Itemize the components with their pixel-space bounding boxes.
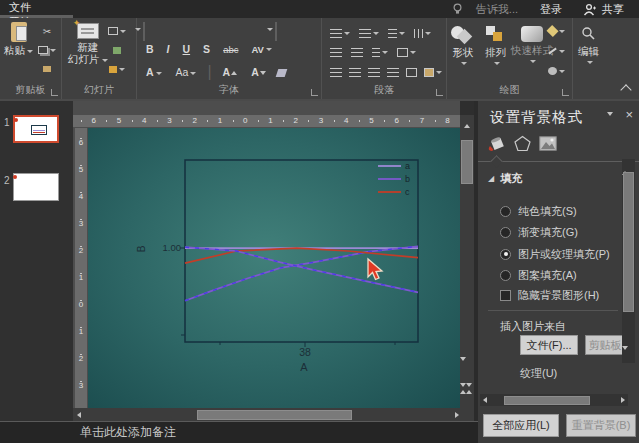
add-remove-columns-button[interactable] [406, 63, 417, 81]
section-button[interactable] [108, 62, 126, 76]
insert-from-file-button[interactable]: 文件(F)... [520, 335, 578, 355]
increase-font-button[interactable]: A [220, 66, 241, 78]
reset-background-button[interactable]: 重置背景(B) [566, 414, 636, 437]
new-slide-icon: ✦ [77, 23, 99, 39]
next-slide-button[interactable] [460, 387, 474, 405]
columns-button[interactable] [414, 24, 431, 42]
clear-formatting-button[interactable] [277, 63, 286, 81]
paragraph-row3 [330, 63, 442, 81]
decrease-font-button[interactable]: A [248, 66, 269, 78]
vertical-scrollbar[interactable] [460, 115, 474, 408]
shape-effects-button[interactable] [547, 64, 565, 78]
slide-thumbnail[interactable]: 2 [0, 173, 73, 217]
editing-button[interactable]: 编辑 [578, 26, 599, 64]
fill-option-radio[interactable]: 纯色填充(S) [500, 205, 610, 217]
collapse-ribbon-button[interactable] [620, 84, 631, 95]
smartart-convert-button[interactable] [424, 63, 442, 81]
numbering-button[interactable] [359, 24, 379, 42]
new-slide-button[interactable]: ✦ 新建 幻灯片 [68, 23, 108, 67]
paste-button[interactable]: 粘贴 [4, 22, 33, 58]
justify-button[interactable] [387, 63, 399, 81]
share-button[interactable]: 共享 [600, 2, 633, 17]
scroll-up-arrow[interactable] [460, 115, 474, 127]
copy-button[interactable] [38, 43, 56, 57]
panel-menu-dropdown[interactable] [607, 112, 613, 116]
vertical-scroll-thumb[interactable] [461, 140, 473, 184]
horizontal-scroll-thumb[interactable] [197, 410, 352, 420]
layout-button[interactable] [108, 24, 126, 38]
group-label-slides: 幻灯片 [62, 83, 136, 97]
notes-pane[interactable]: 单击此处添加备注 [0, 421, 478, 443]
font-dialog-launcher[interactable] [311, 89, 318, 96]
font-size-combo[interactable] [275, 22, 277, 41]
font-name-combo[interactable] [143, 22, 145, 41]
ribbon-tab[interactable]: 文件 [0, 0, 73, 15]
legend-label-c: c [405, 187, 410, 197]
paragraph-dialog-launcher[interactable] [436, 89, 443, 96]
text-shadow-button[interactable]: S [200, 43, 213, 55]
cut-button[interactable]: ✂ [38, 24, 56, 38]
align-left-button[interactable] [330, 63, 342, 81]
strikethrough-button[interactable]: abc [220, 44, 241, 55]
chart-frame [185, 160, 418, 342]
paragraph-row2 [330, 43, 416, 61]
line-spacing-button[interactable] [388, 24, 405, 42]
group-paragraph: 段落 [322, 18, 447, 99]
apply-to-all-button[interactable]: 全部应用(L) [483, 414, 559, 437]
fill-option-radio[interactable]: 图案填充(A) [500, 270, 610, 282]
bold-button[interactable]: B [143, 43, 157, 55]
drawing-dialog-launcher[interactable] [562, 89, 569, 96]
change-case-button[interactable]: Aa [173, 66, 200, 78]
panel-scroll-up[interactable] [622, 159, 635, 170]
sign-in-button[interactable]: 登录 [531, 2, 571, 17]
bullets-button[interactable] [330, 24, 350, 42]
align-text-button[interactable] [397, 43, 416, 61]
chart[interactable]: 1.00 B 38 A a b c [88, 128, 460, 408]
format-painter-button[interactable] [38, 62, 56, 76]
ribbon-tab-bar: 文件开始插入设计切换动画幻灯片放映审阅视图加载项特色功能开发工具 告诉我... … [0, 0, 639, 18]
shapes-button[interactable]: 形状 [451, 26, 475, 65]
panel-hscroll-thumb[interactable] [504, 396, 590, 405]
slide-thumbnail[interactable]: 1 [0, 115, 73, 159]
text-direction-button[interactable] [372, 43, 388, 61]
fill-option-radio[interactable]: 渐变填充(G) [500, 227, 610, 239]
slide-thumbnail-panel: 1 2 [0, 101, 73, 421]
notes-placeholder[interactable]: 单击此处添加备注 [80, 424, 176, 441]
clipboard-dialog-launcher[interactable] [51, 89, 58, 96]
reset-slide-button[interactable] [108, 43, 126, 57]
panel-scroll-down[interactable] [622, 350, 635, 362]
picture-tab[interactable] [538, 133, 558, 153]
underline-button[interactable]: U [180, 43, 194, 55]
fill-section-header[interactable]: ◢ 填充 [488, 171, 522, 186]
panel-vertical-scrollbar[interactable] [622, 159, 635, 363]
tell-me-box[interactable]: 告诉我... [467, 2, 527, 17]
align-center-button[interactable] [349, 63, 361, 81]
effects-tab[interactable] [512, 133, 532, 153]
panel-title: 设置背景格式 [490, 108, 583, 127]
fill-tab[interactable] [486, 133, 506, 153]
increase-indent-button[interactable] [351, 43, 363, 61]
italic-button[interactable]: I [164, 43, 173, 55]
panel-scroll-thumb[interactable] [623, 172, 634, 312]
horizontal-scrollbar[interactable] [73, 408, 475, 421]
arrange-button[interactable]: 排列 [485, 26, 506, 65]
fill-option-radio[interactable]: 图片或纹理填充(P) [500, 248, 610, 260]
slide-number: 1 [4, 117, 10, 128]
scroll-right-arrow[interactable] [455, 412, 459, 418]
panel-scroll-left[interactable] [483, 397, 487, 403]
insert-from-clipboard-button[interactable]: 剪贴板 [585, 335, 625, 355]
panel-horizontal-scrollbar[interactable] [480, 394, 628, 406]
shape-fill-button[interactable] [547, 24, 565, 38]
decrease-indent-button[interactable] [330, 43, 342, 61]
panel-scroll-right[interactable] [621, 397, 625, 403]
align-right-button[interactable] [368, 63, 380, 81]
insert-picture-from-label: 插入图片来自 [500, 319, 566, 334]
slide[interactable]: 1.00 B 38 A a b c [88, 128, 460, 408]
panel-close-button[interactable]: × [625, 107, 633, 122]
character-spacing-button[interactable]: AV [248, 44, 275, 55]
font-color-button[interactable]: A [143, 66, 165, 78]
hide-background-checkbox[interactable]: 隐藏背景图形(H) [500, 288, 599, 303]
animation-indicator [13, 175, 17, 179]
scroll-left-arrow[interactable] [77, 412, 81, 418]
shape-outline-button[interactable] [547, 44, 565, 58]
